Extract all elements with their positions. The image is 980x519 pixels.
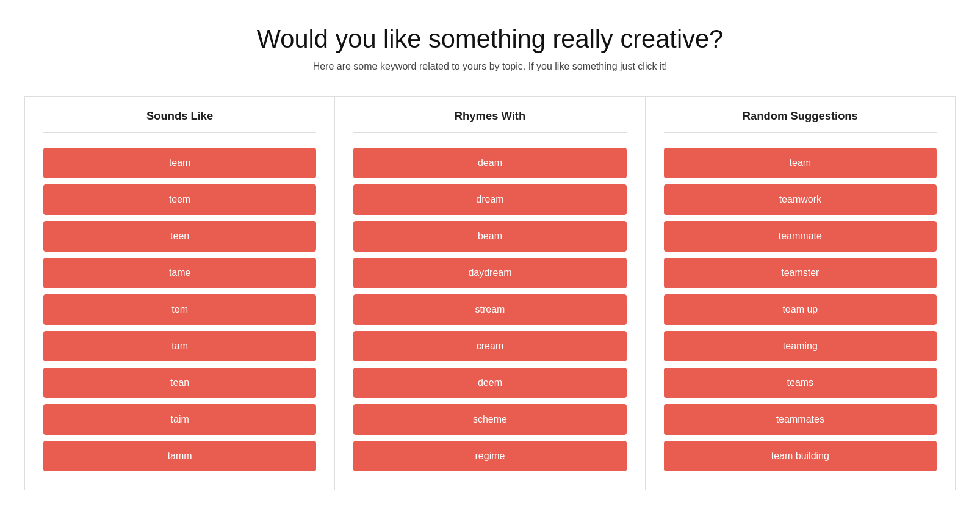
column-header-sounds-like: Sounds Like [43, 109, 316, 133]
keyword-button[interactable]: regime [353, 441, 626, 471]
keyword-button[interactable]: teamwork [664, 184, 937, 215]
keyword-button[interactable]: deem [353, 368, 626, 398]
keyword-button[interactable]: team [43, 148, 316, 178]
keyword-button[interactable]: scheme [353, 404, 626, 435]
keyword-button[interactable]: daydream [353, 258, 626, 288]
page-subtitle: Here are some keyword related to yours b… [12, 61, 968, 72]
columns-container: Sounds Liketeamteemteentametemtamteantai… [0, 84, 980, 515]
keyword-button[interactable]: tame [43, 258, 316, 288]
column-sounds-like: Sounds Liketeamteemteentametemtamteantai… [24, 96, 334, 490]
keyword-button[interactable]: teammate [664, 221, 937, 252]
keyword-button[interactable]: tean [43, 368, 316, 398]
keyword-button[interactable]: beam [353, 221, 626, 252]
keyword-button[interactable]: teen [43, 221, 316, 252]
keyword-button[interactable]: teaming [664, 331, 937, 361]
keyword-button[interactable]: tem [43, 294, 316, 325]
keyword-button[interactable]: teamster [664, 258, 937, 288]
keyword-button[interactable]: team up [664, 294, 937, 325]
page-title: Would you like something really creative… [12, 24, 968, 54]
page-header: Would you like something really creative… [0, 0, 980, 84]
keyword-button[interactable]: dеam [353, 148, 626, 178]
keyword-button[interactable]: cream [353, 331, 626, 361]
keyword-button[interactable]: tam [43, 331, 316, 361]
keyword-button[interactable]: teem [43, 184, 316, 215]
keyword-button[interactable]: taim [43, 404, 316, 435]
keyword-button[interactable]: stream [353, 294, 626, 325]
column-rhymes-with: Rhymes Withdеamdreambeamdaydreamstreamcr… [334, 96, 644, 490]
column-header-rhymes-with: Rhymes With [353, 109, 626, 133]
keyword-button[interactable]: tamm [43, 441, 316, 471]
column-random-suggestions: Random Suggestionsteamteamworkteammatete… [645, 96, 956, 490]
keyword-button[interactable]: dream [353, 184, 626, 215]
keyword-button[interactable]: team building [664, 441, 937, 471]
keyword-button[interactable]: teammates [664, 404, 937, 435]
column-header-random-suggestions: Random Suggestions [664, 109, 937, 133]
keyword-button[interactable]: team [664, 148, 937, 178]
keyword-button[interactable]: teams [664, 368, 937, 398]
